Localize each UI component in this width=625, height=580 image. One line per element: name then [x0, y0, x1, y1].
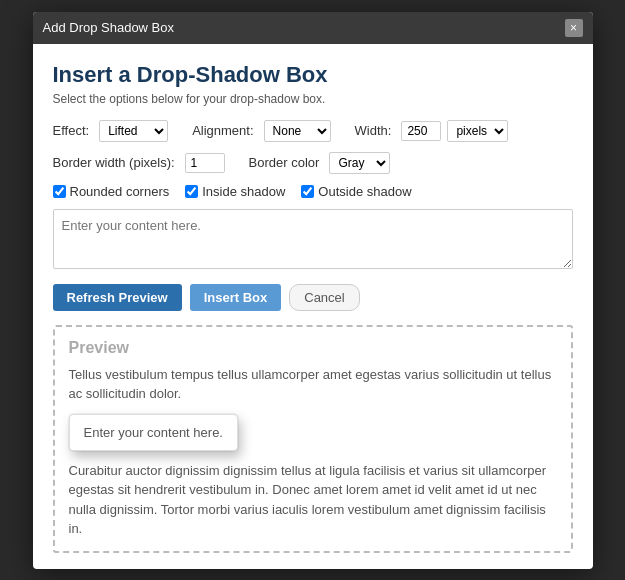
page-title: Insert a Drop-Shadow Box — [53, 62, 573, 88]
inside-shadow-label: Inside shadow — [202, 184, 285, 199]
dialog-body: Insert a Drop-Shadow Box Select the opti… — [33, 44, 593, 569]
preview-area: Preview Tellus vestibulum tempus tellus … — [53, 325, 573, 553]
outside-shadow-checkbox-label[interactable]: Outside shadow — [301, 184, 411, 199]
effect-select[interactable]: Lifted Raised Curved Flat — [99, 120, 168, 142]
rounded-corners-checkbox-label[interactable]: Rounded corners — [53, 184, 170, 199]
dialog-title-label: Add Drop Shadow Box — [43, 20, 175, 35]
outside-shadow-label: Outside shadow — [318, 184, 411, 199]
rounded-corners-label: Rounded corners — [70, 184, 170, 199]
cancel-button[interactable]: Cancel — [289, 284, 359, 311]
alignment-label: Alignment: — [192, 123, 253, 138]
border-color-select[interactable]: Gray Black White None — [329, 152, 390, 174]
preview-paragraph-2: Curabitur auctor dignissim dignissim tel… — [69, 461, 557, 539]
border-row: Border width (pixels): Border color Gray… — [53, 152, 573, 174]
page-subtitle: Select the options below for your drop-s… — [53, 92, 573, 106]
inside-shadow-checkbox[interactable] — [185, 185, 198, 198]
add-drop-shadow-dialog: Add Drop Shadow Box × Insert a Drop-Shad… — [33, 12, 593, 569]
button-row: Refresh Preview Insert Box Cancel — [53, 284, 573, 311]
refresh-preview-button[interactable]: Refresh Preview — [53, 284, 182, 311]
preview-paragraph-1: Tellus vestibulum tempus tellus ullamcor… — [69, 365, 557, 404]
border-width-input[interactable] — [185, 153, 225, 173]
rounded-corners-checkbox[interactable] — [53, 185, 66, 198]
dialog-close-button[interactable]: × — [565, 19, 583, 37]
width-label: Width: — [355, 123, 392, 138]
width-input[interactable] — [401, 121, 441, 141]
width-unit-select[interactable]: pixels % — [447, 120, 508, 142]
content-textarea[interactable] — [53, 209, 573, 269]
inside-shadow-checkbox-label[interactable]: Inside shadow — [185, 184, 285, 199]
outside-shadow-checkbox[interactable] — [301, 185, 314, 198]
preview-label: Preview — [69, 339, 557, 357]
checkbox-row: Rounded corners Inside shadow Outside sh… — [53, 184, 573, 199]
insert-box-button[interactable]: Insert Box — [190, 284, 282, 311]
effect-alignment-row: Effect: Lifted Raised Curved Flat Alignm… — [53, 120, 573, 142]
alignment-select[interactable]: None Left Center Right — [264, 120, 331, 142]
border-width-label: Border width (pixels): — [53, 155, 175, 170]
preview-drop-shadow-box: Enter your content here. — [69, 414, 238, 451]
dialog-titlebar: Add Drop Shadow Box × — [33, 12, 593, 44]
border-color-label: Border color — [249, 155, 320, 170]
effect-label: Effect: — [53, 123, 90, 138]
